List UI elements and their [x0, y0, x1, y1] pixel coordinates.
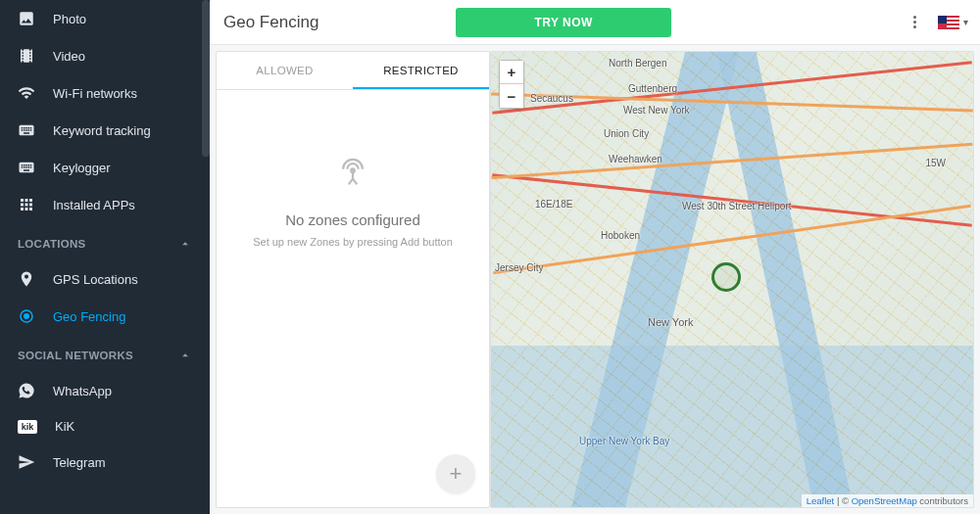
place-label: Secaucus: [530, 93, 573, 104]
kik-icon: kik: [18, 420, 37, 434]
add-zone-button[interactable]: +: [436, 454, 475, 493]
apps-icon: [18, 196, 35, 213]
place-label: Jersey City: [495, 262, 543, 273]
chevron-down-icon: ▾: [963, 17, 968, 27]
sidebar-scrollbar[interactable]: [202, 0, 210, 157]
zoom-controls: + −: [499, 60, 524, 109]
telegram-icon: [18, 453, 35, 471]
sidebar-item-label: Geo Fencing: [53, 309, 125, 324]
sidebar-item-label: GPS Locations: [53, 272, 138, 287]
page-title: Geo Fencing: [223, 13, 318, 32]
video-icon: [18, 47, 35, 65]
sidebar-item-geo-fencing[interactable]: Geo Fencing: [0, 298, 210, 335]
us-flag-icon: [938, 16, 959, 29]
place-label: Hoboken: [601, 230, 640, 241]
zone-tabs: ALLOWED RESTRICTED: [217, 52, 489, 90]
empty-title: No zones configured: [285, 211, 420, 228]
pin-icon: [18, 270, 35, 288]
more-menu-button[interactable]: [906, 14, 924, 31]
sidebar-item-telegram[interactable]: Telegram: [0, 444, 210, 481]
place-label: New York: [648, 316, 693, 328]
antenna-icon: [336, 157, 369, 194]
sidebar-item-photo[interactable]: Photo: [0, 0, 210, 37]
keyboard-icon: [18, 121, 35, 139]
place-label: Guttenberg: [628, 83, 677, 94]
section-social-networks[interactable]: SOCIAL NETWORKS: [0, 335, 210, 372]
place-label: Union City: [604, 128, 649, 139]
leaflet-link[interactable]: Leaflet: [807, 495, 835, 506]
header: Geo Fencing TRY NOW ▾: [210, 0, 980, 45]
sidebar-item-label: Photo: [53, 12, 86, 26]
zoom-in-button[interactable]: +: [500, 61, 523, 84]
geofence-circle[interactable]: [711, 262, 741, 292]
place-label: West 30th Street Heliport: [682, 201, 792, 211]
sidebar-item-label: Installed APPs: [53, 198, 135, 212]
whatsapp-icon: [18, 382, 35, 399]
tab-allowed[interactable]: ALLOWED: [217, 52, 353, 89]
section-label: SOCIAL NETWORKS: [18, 350, 133, 361]
section-locations[interactable]: LOCATIONS: [0, 223, 210, 260]
sidebar-item-label: KiK: [55, 419, 74, 434]
sidebar-item-wifi[interactable]: Wi-Fi networks: [0, 74, 210, 112]
zoom-out-button[interactable]: −: [500, 84, 523, 108]
tab-restricted[interactable]: RESTRICTED: [353, 52, 489, 89]
content: ALLOWED RESTRICTED No zones configured S…: [210, 45, 980, 514]
place-label: North Bergen: [609, 58, 666, 69]
place-label: Upper New York Bay: [579, 436, 669, 446]
keyboard-icon: [18, 159, 35, 176]
target-icon: [18, 307, 35, 325]
sidebar-item-whatsapp[interactable]: WhatsApp: [0, 372, 210, 409]
section-label: LOCATIONS: [18, 238, 86, 250]
wifi-icon: [18, 84, 35, 102]
svg-point-2: [351, 168, 354, 171]
sidebar-item-video[interactable]: Video: [0, 37, 210, 74]
place-label: 16E/18E: [535, 199, 572, 210]
sidebar-item-installed-apps[interactable]: Installed APPs: [0, 186, 210, 223]
place-label: 15W: [925, 158, 946, 168]
language-selector[interactable]: ▾: [938, 16, 968, 29]
sidebar-item-kik[interactable]: kik KiK: [0, 409, 210, 444]
sidebar-item-label: WhatsApp: [53, 384, 112, 398]
sidebar-item-keyword-tracking[interactable]: Keyword tracking: [0, 112, 210, 149]
map-attribution: Leaflet | © OpenStreetMap contributors: [802, 494, 973, 507]
place-label: Weehawken: [609, 154, 662, 164]
sidebar-item-label: Keylogger: [53, 161, 111, 175]
sidebar-item-gps-locations[interactable]: GPS Locations: [0, 260, 210, 298]
osm-link[interactable]: OpenStreetMap: [852, 495, 917, 506]
place-label: West New York: [623, 105, 690, 116]
sidebar-item-label: Keyword tracking: [53, 123, 151, 138]
photo-icon: [18, 10, 35, 27]
map-panel[interactable]: North Bergen Guttenberg Secaucus West Ne…: [490, 51, 974, 508]
empty-subtitle: Set up new Zones by pressing Add button: [253, 236, 453, 248]
sidebar-item-label: Video: [53, 49, 85, 64]
empty-state: No zones configured Set up new Zones by …: [217, 90, 489, 507]
zones-panel: ALLOWED RESTRICTED No zones configured S…: [216, 51, 490, 508]
sidebar: Photo Video Wi-Fi networks Keyword track…: [0, 0, 210, 514]
svg-point-1: [24, 314, 29, 319]
try-now-button[interactable]: TRY NOW: [456, 8, 671, 37]
chevron-up-icon: [178, 237, 192, 251]
sidebar-item-label: Telegram: [53, 455, 105, 470]
sidebar-item-label: Wi-Fi networks: [53, 86, 137, 101]
main-area: Geo Fencing TRY NOW ▾ ALLOWED RESTRICTED: [210, 0, 980, 514]
sidebar-item-keylogger[interactable]: Keylogger: [0, 149, 210, 186]
chevron-up-icon: [178, 349, 192, 362]
